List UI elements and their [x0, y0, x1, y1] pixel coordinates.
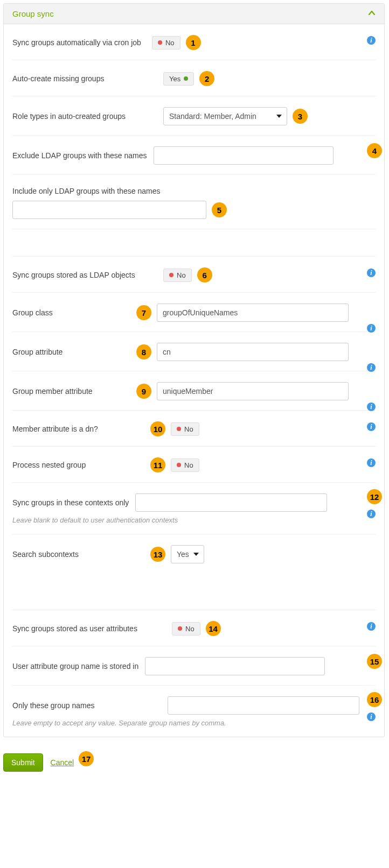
cancel-link[interactable]: Cancel: [51, 758, 74, 767]
toggle-memberdn[interactable]: No: [171, 422, 199, 436]
label-userattrs: Sync groups stored as user attributes: [12, 623, 161, 634]
label-contexts: Sync groups in these contexts only: [12, 497, 129, 508]
toggle-nested[interactable]: No: [171, 458, 199, 472]
annotation-badge: 1: [186, 35, 201, 50]
toggle-ldapobjects[interactable]: No: [163, 269, 192, 282]
input-exclude[interactable]: [154, 146, 334, 165]
input-groupmemberattr[interactable]: [157, 382, 349, 400]
input-groupclass[interactable]: [157, 304, 349, 322]
toggle-autocreate[interactable]: Yes: [163, 72, 194, 86]
section-spacer: [12, 229, 376, 257]
setting-subcontexts: Search subcontexts 13 Yes: [12, 534, 376, 583]
info-icon[interactable]: i: [367, 324, 376, 333]
input-includeonly[interactable]: [12, 201, 206, 219]
annotation-badge: 8: [136, 344, 151, 359]
info-icon[interactable]: i: [367, 458, 376, 467]
label-onlythese: Only these group names: [12, 700, 157, 711]
input-contexts[interactable]: [135, 493, 327, 512]
setting-groupattr: Group attribute 8 i: [12, 332, 376, 371]
group-sync-panel: Group sync Sync groups automatically via…: [3, 3, 385, 737]
annotation-badge: 15: [367, 654, 382, 669]
select-roletypes[interactable]: Standard: Member, Admin: [163, 107, 287, 125]
info-icon[interactable]: i: [367, 269, 376, 277]
setting-nested: Process nested group 11 No i: [12, 447, 376, 483]
setting-ldapobjects: Sync groups stored as LDAP objects No 6 …: [12, 257, 376, 293]
form-footer: Submit Cancel 17: [3, 740, 385, 785]
label-autocreate: Auto-create missing groups: [12, 73, 152, 84]
select-wrap: Standard: Member, Admin: [163, 107, 287, 125]
setting-autocreate: Auto-create missing groups Yes 2: [12, 60, 376, 96]
label-groupattr: Group attribute: [12, 347, 126, 357]
section-spacer: [12, 583, 376, 610]
setting-sync-cron: Sync groups automatically via cron job N…: [12, 24, 376, 60]
input-groupattr[interactable]: [157, 343, 349, 361]
label-subcontexts: Search subcontexts: [12, 549, 140, 560]
info-icon[interactable]: i: [367, 403, 376, 411]
annotation-badge: 12: [367, 489, 382, 504]
setting-memberdn: Member attribute is a dn? 10 No i: [12, 411, 376, 447]
dot-red-icon: [178, 626, 182, 631]
label-ldapobjects: Sync groups stored as LDAP objects: [12, 270, 152, 280]
annotation-badge: 4: [367, 143, 382, 158]
toggle-userattrs[interactable]: No: [172, 622, 200, 636]
setting-onlythese: Only these group names Leave empty to ac…: [12, 686, 376, 737]
annotation-badge: 6: [197, 267, 212, 283]
annotation-badge: 9: [136, 384, 151, 399]
label-roletypes: Role types in auto-created groups: [12, 111, 152, 122]
annotation-badge: 13: [150, 547, 165, 562]
setting-roletypes: Role types in auto-created groups Standa…: [12, 96, 376, 136]
submit-button[interactable]: Submit: [3, 753, 43, 772]
help-onlythese: Leave empty to accept any value. Separat…: [12, 719, 376, 727]
collapse-icon[interactable]: [368, 9, 376, 18]
info-icon[interactable]: i: [367, 712, 376, 721]
label-memberdn: Member attribute is a dn?: [12, 424, 140, 434]
setting-userattrs: Sync groups stored as user attributes No…: [12, 610, 376, 646]
annotation-badge: 17: [79, 751, 94, 766]
label-userattrname: User attribute group name is stored in: [12, 661, 138, 672]
annotation-badge: 10: [150, 421, 165, 436]
panel-title: Group sync: [12, 9, 54, 18]
input-onlythese[interactable]: [168, 696, 359, 715]
annotation-badge: 2: [199, 71, 214, 86]
info-icon[interactable]: i: [367, 363, 376, 372]
info-icon[interactable]: i: [367, 36, 376, 45]
dot-red-icon: [177, 427, 181, 431]
toggle-sync-cron[interactable]: No: [152, 36, 180, 50]
help-contexts: Leave blank to default to user authentic…: [12, 516, 376, 524]
setting-contexts: Sync groups in these contexts only Leave…: [12, 483, 376, 534]
annotation-badge: 5: [212, 202, 227, 217]
dot-red-icon: [177, 463, 181, 467]
info-icon[interactable]: i: [367, 422, 376, 431]
setting-groupclass: Group class 7 i: [12, 293, 376, 332]
annotation-badge: 16: [367, 692, 382, 707]
setting-exclude: Exclude LDAP groups with these names 4: [12, 136, 376, 175]
annotation-badge: 7: [136, 305, 151, 320]
select-wrap: Yes: [171, 545, 204, 563]
setting-includeonly: Include only LDAP groups with these name…: [12, 175, 376, 229]
input-userattrname[interactable]: [145, 657, 325, 675]
label-groupmemberattr: Group member attribute: [12, 386, 126, 397]
setting-userattrname: User attribute group name is stored in 1…: [12, 646, 376, 686]
label-includeonly: Include only LDAP groups with these name…: [12, 186, 365, 196]
select-subcontexts[interactable]: Yes: [171, 545, 204, 563]
setting-groupmemberattr: Group member attribute 9 i: [12, 371, 376, 411]
annotation-badge: 3: [293, 109, 308, 124]
dot-red-icon: [158, 40, 162, 45]
dot-red-icon: [169, 273, 173, 277]
label-nested: Process nested group: [12, 460, 140, 470]
label-groupclass: Group class: [12, 307, 126, 318]
panel-header[interactable]: Group sync: [4, 4, 384, 24]
info-icon[interactable]: i: [367, 510, 376, 518]
info-icon[interactable]: i: [367, 622, 376, 631]
label-exclude: Exclude LDAP groups with these names: [12, 150, 147, 161]
annotation-badge: 11: [150, 457, 165, 472]
label-sync-cron: Sync groups automatically via cron job: [12, 37, 141, 48]
panel-body: Sync groups automatically via cron job N…: [4, 24, 384, 737]
annotation-badge: 14: [206, 621, 221, 636]
dot-green-icon: [184, 76, 188, 81]
